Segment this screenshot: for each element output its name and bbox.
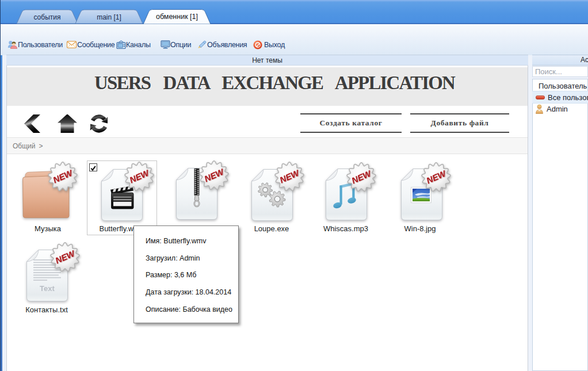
svg-text:Text: Text <box>40 284 55 293</box>
